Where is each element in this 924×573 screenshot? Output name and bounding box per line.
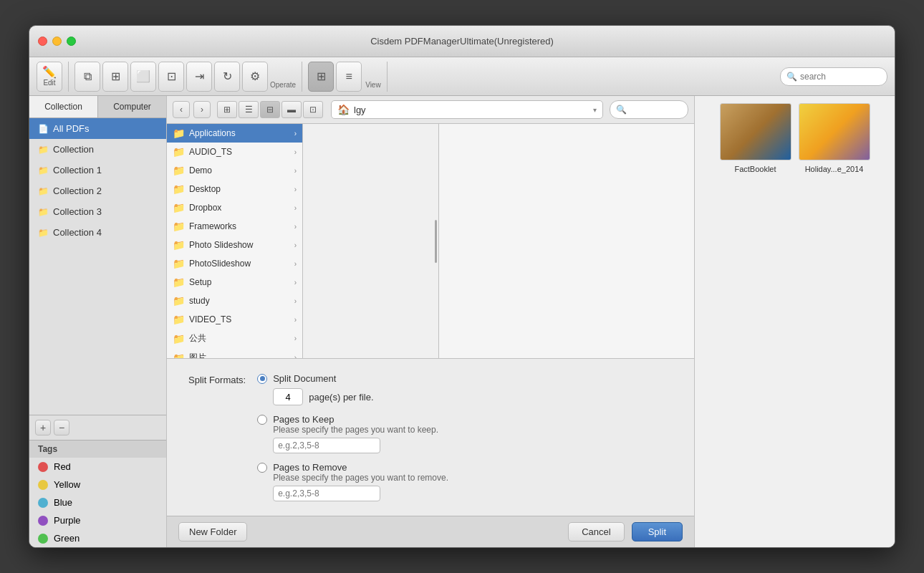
operate-btn7[interactable]: ⚙ [242, 62, 268, 92]
search-input[interactable] [800, 72, 881, 82]
file-item-audio-ts[interactable]: 📁 AUDIO_TS › [167, 143, 302, 161]
folder-icon: 📁 [173, 146, 185, 158]
cancel-button[interactable]: Cancel [568, 522, 624, 541]
thumbnail-holiday[interactable]: Holiday...e_2014 [799, 103, 870, 173]
file-item-photoslideshow[interactable]: 📁 PhotoSlideshow › [167, 254, 302, 273]
title-bar: Cisdem PDFManagerUltimate(Unregistered) [29, 26, 895, 57]
file-item-frameworks[interactable]: 📁 Frameworks › [167, 217, 302, 236]
operate-btn5[interactable]: ⇥ [186, 62, 212, 92]
toolbar: ✏️ Edit ⧉ ⊞ ⬜ ⊡ ⇥ ↻ ⚙ [29, 57, 895, 96]
close-button[interactable] [38, 37, 47, 46]
forward-button[interactable]: › [193, 101, 211, 118]
file-item-gonggong[interactable]: 📁 公共 › [167, 329, 302, 348]
grid-icon: ⊞ [317, 71, 326, 82]
maximize-button[interactable] [67, 37, 76, 46]
edit-button[interactable]: ✏️ Edit [37, 62, 62, 92]
tab-collection[interactable]: Collection [29, 96, 98, 117]
arrow-icon: › [294, 334, 297, 342]
pages-per-file-label: page(s) per file. [309, 392, 373, 403]
pages-keep-label: Pages to Keep [273, 414, 334, 425]
file-item-video-ts[interactable]: 📁 VIDEO_TS › [167, 310, 302, 329]
split-formats-label: Split Formats: [188, 373, 246, 385]
file-item-applications[interactable]: 📁 Applications › [167, 124, 302, 143]
tag-yellow[interactable]: Yellow [29, 476, 166, 493]
sidebar-item-collection1[interactable]: 📁 Collection 1 [29, 160, 166, 180]
extract-icon: ⬜ [136, 71, 150, 82]
radio-split-doc[interactable] [257, 374, 267, 384]
folder-icon: 📁 [173, 202, 185, 213]
view-list2-btn[interactable]: ☰ [239, 101, 259, 118]
operate-btn6[interactable]: ↻ [214, 62, 240, 92]
file-column-sub [303, 124, 439, 358]
view-grid2-btn[interactable]: ⊡ [303, 101, 323, 118]
arrow-icon: › [294, 241, 297, 249]
tag-red[interactable]: Red [29, 458, 166, 476]
operate-btn1[interactable]: ⧉ [74, 62, 100, 92]
view-toggle-group: ⊞ ☰ ⊟ ▬ ⊡ [217, 101, 323, 118]
radio-pages-remove[interactable] [257, 463, 267, 473]
path-bar: 🏠 lgy ▾ [331, 100, 603, 119]
view-grid-btn[interactable]: ⊞ [308, 62, 334, 92]
arrow-icon: › [294, 354, 297, 358]
split-button[interactable]: Split [632, 522, 683, 541]
folder-icon: 📁 [173, 127, 185, 139]
view-list-btn[interactable]: ≡ [336, 62, 362, 92]
folder-icon: 📁 [173, 239, 185, 251]
operate-btn4[interactable]: ⊡ [158, 62, 184, 92]
file-item-desktop[interactable]: 📁 Desktop › [167, 180, 302, 198]
minimize-button[interactable] [52, 37, 62, 46]
scrollbar[interactable] [435, 220, 437, 263]
sidebar-item-collection3[interactable]: 📁 Collection 3 [29, 201, 166, 222]
folder-icon: 📁 [173, 314, 185, 325]
file-item-photo-slideshow[interactable]: 📁 Photo Slideshow › [167, 236, 302, 254]
right-panel: FactBooklet Holiday...e_2014 [694, 96, 895, 547]
radio-pages-keep[interactable] [257, 415, 267, 425]
collection3-icon: 📁 [38, 207, 49, 217]
pages-per-file-row: page(s) per file. [273, 388, 673, 405]
holiday-thumb-img [799, 103, 870, 160]
arrow-icon: › [294, 130, 297, 138]
sidebar-item-collection4[interactable]: 📁 Collection 4 [29, 222, 166, 243]
tag-purple[interactable]: Purple [29, 511, 166, 529]
sidebar-item-collection[interactable]: 📁 Collection [29, 139, 166, 160]
file-item-study[interactable]: 📁 study › [167, 292, 302, 310]
remove-collection-button[interactable]: − [54, 420, 69, 435]
search-icon: 🔍 [786, 72, 797, 82]
pages-keep-input[interactable] [273, 438, 380, 453]
new-folder-button[interactable]: New Folder [178, 522, 247, 541]
file-item-tupian[interactable]: 📁 图片 › [167, 348, 302, 358]
sidebar-item-allpdfs[interactable]: 📄 All PDFs [29, 118, 166, 139]
pages-per-file-input[interactable] [273, 388, 303, 405]
merge-icon: ⊞ [111, 71, 120, 82]
collection4-icon: 📁 [38, 228, 49, 238]
file-search-bar[interactable]: 🔍 [610, 100, 688, 119]
pages-remove-input[interactable] [273, 486, 380, 501]
refresh-icon: ↻ [223, 71, 232, 82]
file-item-demo[interactable]: 📁 Demo › [167, 161, 302, 180]
tag-blue[interactable]: Blue [29, 493, 166, 511]
thumbnail-factbooklet[interactable]: FactBooklet [720, 103, 791, 173]
view-icon-btn[interactable]: ⊞ [217, 101, 237, 118]
factbooklet-label: FactBooklet [734, 165, 776, 173]
add-collection-button[interactable]: + [35, 420, 51, 435]
main-content: Collection Computer 📄 All PDFs 📁 Collect… [29, 96, 895, 547]
settings-icon: ⚙ [250, 71, 260, 82]
pages-remove-sub: Please specify the pages you want to rem… [273, 473, 673, 501]
folder-icon: 📁 [173, 221, 185, 232]
search-box[interactable]: 🔍 [780, 67, 887, 86]
collection-icon: 📁 [38, 145, 49, 155]
tag-green[interactable]: Green [29, 529, 166, 547]
back-button[interactable]: ‹ [173, 101, 190, 118]
operate-btn3[interactable]: ⬜ [130, 62, 156, 92]
file-item-dropbox[interactable]: 📁 Dropbox › [167, 198, 302, 217]
view-cover-btn[interactable]: ▬ [281, 101, 302, 118]
sidebar-item-collection2[interactable]: 📁 Collection 2 [29, 180, 166, 201]
file-search-icon: 🔍 [616, 105, 627, 115]
path-dropdown-icon[interactable]: ▾ [593, 106, 597, 114]
arrow-icon: › [294, 148, 297, 156]
view-column-btn[interactable]: ⊟ [260, 101, 280, 118]
operate-btn2[interactable]: ⊞ [102, 62, 128, 92]
file-item-setup[interactable]: 📁 Setup › [167, 273, 302, 292]
tab-computer[interactable]: Computer [98, 96, 166, 117]
folder-icon: 📁 [173, 295, 185, 307]
